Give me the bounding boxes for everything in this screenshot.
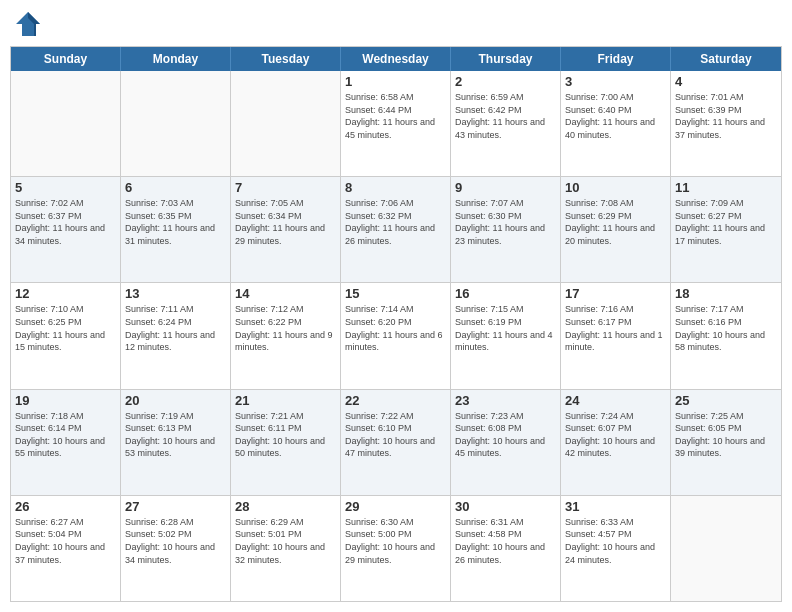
weekday-header: Saturday <box>671 47 781 71</box>
day-number: 4 <box>675 74 777 89</box>
calendar-header: SundayMondayTuesdayWednesdayThursdayFrid… <box>11 47 781 71</box>
day-number: 8 <box>345 180 446 195</box>
day-info: Sunrise: 6:33 AMSunset: 4:57 PMDaylight:… <box>565 516 666 566</box>
day-cell: 19Sunrise: 7:18 AMSunset: 6:14 PMDayligh… <box>11 390 121 495</box>
calendar-row: 1Sunrise: 6:58 AMSunset: 6:44 PMDaylight… <box>11 71 781 176</box>
weekday-header: Thursday <box>451 47 561 71</box>
weekday-header: Tuesday <box>231 47 341 71</box>
day-info: Sunrise: 7:02 AMSunset: 6:37 PMDaylight:… <box>15 197 116 247</box>
day-number: 21 <box>235 393 336 408</box>
day-cell: 3Sunrise: 7:00 AMSunset: 6:40 PMDaylight… <box>561 71 671 176</box>
day-number: 16 <box>455 286 556 301</box>
day-info: Sunrise: 7:11 AMSunset: 6:24 PMDaylight:… <box>125 303 226 353</box>
day-number: 7 <box>235 180 336 195</box>
day-number: 29 <box>345 499 446 514</box>
day-number: 5 <box>15 180 116 195</box>
day-cell: 15Sunrise: 7:14 AMSunset: 6:20 PMDayligh… <box>341 283 451 388</box>
header <box>10 10 782 38</box>
day-info: Sunrise: 7:10 AMSunset: 6:25 PMDaylight:… <box>15 303 116 353</box>
day-info: Sunrise: 7:00 AMSunset: 6:40 PMDaylight:… <box>565 91 666 141</box>
calendar-row: 12Sunrise: 7:10 AMSunset: 6:25 PMDayligh… <box>11 282 781 388</box>
day-number: 30 <box>455 499 556 514</box>
day-info: Sunrise: 7:09 AMSunset: 6:27 PMDaylight:… <box>675 197 777 247</box>
weekday-header: Sunday <box>11 47 121 71</box>
day-number: 14 <box>235 286 336 301</box>
day-cell: 21Sunrise: 7:21 AMSunset: 6:11 PMDayligh… <box>231 390 341 495</box>
day-info: Sunrise: 6:31 AMSunset: 4:58 PMDaylight:… <box>455 516 556 566</box>
calendar-body: 1Sunrise: 6:58 AMSunset: 6:44 PMDaylight… <box>11 71 781 601</box>
day-info: Sunrise: 6:28 AMSunset: 5:02 PMDaylight:… <box>125 516 226 566</box>
day-number: 10 <box>565 180 666 195</box>
day-cell: 7Sunrise: 7:05 AMSunset: 6:34 PMDaylight… <box>231 177 341 282</box>
day-info: Sunrise: 7:19 AMSunset: 6:13 PMDaylight:… <box>125 410 226 460</box>
day-cell: 18Sunrise: 7:17 AMSunset: 6:16 PMDayligh… <box>671 283 781 388</box>
day-cell: 6Sunrise: 7:03 AMSunset: 6:35 PMDaylight… <box>121 177 231 282</box>
day-info: Sunrise: 7:01 AMSunset: 6:39 PMDaylight:… <box>675 91 777 141</box>
empty-cell <box>231 71 341 176</box>
weekday-header: Friday <box>561 47 671 71</box>
calendar: SundayMondayTuesdayWednesdayThursdayFrid… <box>10 46 782 602</box>
day-info: Sunrise: 7:16 AMSunset: 6:17 PMDaylight:… <box>565 303 666 353</box>
day-cell: 30Sunrise: 6:31 AMSunset: 4:58 PMDayligh… <box>451 496 561 601</box>
day-number: 13 <box>125 286 226 301</box>
day-cell: 27Sunrise: 6:28 AMSunset: 5:02 PMDayligh… <box>121 496 231 601</box>
day-info: Sunrise: 6:30 AMSunset: 5:00 PMDaylight:… <box>345 516 446 566</box>
day-info: Sunrise: 7:03 AMSunset: 6:35 PMDaylight:… <box>125 197 226 247</box>
day-cell: 25Sunrise: 7:25 AMSunset: 6:05 PMDayligh… <box>671 390 781 495</box>
day-cell: 26Sunrise: 6:27 AMSunset: 5:04 PMDayligh… <box>11 496 121 601</box>
day-number: 3 <box>565 74 666 89</box>
day-info: Sunrise: 7:08 AMSunset: 6:29 PMDaylight:… <box>565 197 666 247</box>
day-number: 27 <box>125 499 226 514</box>
day-info: Sunrise: 7:17 AMSunset: 6:16 PMDaylight:… <box>675 303 777 353</box>
day-info: Sunrise: 7:06 AMSunset: 6:32 PMDaylight:… <box>345 197 446 247</box>
day-cell: 11Sunrise: 7:09 AMSunset: 6:27 PMDayligh… <box>671 177 781 282</box>
day-cell: 20Sunrise: 7:19 AMSunset: 6:13 PMDayligh… <box>121 390 231 495</box>
day-number: 23 <box>455 393 556 408</box>
day-cell: 1Sunrise: 6:58 AMSunset: 6:44 PMDaylight… <box>341 71 451 176</box>
day-cell: 22Sunrise: 7:22 AMSunset: 6:10 PMDayligh… <box>341 390 451 495</box>
logo-icon <box>14 10 42 38</box>
day-cell: 29Sunrise: 6:30 AMSunset: 5:00 PMDayligh… <box>341 496 451 601</box>
weekday-header: Monday <box>121 47 231 71</box>
day-cell: 31Sunrise: 6:33 AMSunset: 4:57 PMDayligh… <box>561 496 671 601</box>
day-number: 31 <box>565 499 666 514</box>
day-info: Sunrise: 7:12 AMSunset: 6:22 PMDaylight:… <box>235 303 336 353</box>
day-cell: 5Sunrise: 7:02 AMSunset: 6:37 PMDaylight… <box>11 177 121 282</box>
day-info: Sunrise: 6:29 AMSunset: 5:01 PMDaylight:… <box>235 516 336 566</box>
day-info: Sunrise: 7:05 AMSunset: 6:34 PMDaylight:… <box>235 197 336 247</box>
day-number: 11 <box>675 180 777 195</box>
day-cell: 24Sunrise: 7:24 AMSunset: 6:07 PMDayligh… <box>561 390 671 495</box>
day-cell: 14Sunrise: 7:12 AMSunset: 6:22 PMDayligh… <box>231 283 341 388</box>
day-cell: 9Sunrise: 7:07 AMSunset: 6:30 PMDaylight… <box>451 177 561 282</box>
day-number: 19 <box>15 393 116 408</box>
day-info: Sunrise: 7:22 AMSunset: 6:10 PMDaylight:… <box>345 410 446 460</box>
day-cell: 28Sunrise: 6:29 AMSunset: 5:01 PMDayligh… <box>231 496 341 601</box>
calendar-row: 19Sunrise: 7:18 AMSunset: 6:14 PMDayligh… <box>11 389 781 495</box>
page: SundayMondayTuesdayWednesdayThursdayFrid… <box>0 0 792 612</box>
day-info: Sunrise: 7:18 AMSunset: 6:14 PMDaylight:… <box>15 410 116 460</box>
day-number: 1 <box>345 74 446 89</box>
day-number: 28 <box>235 499 336 514</box>
day-cell: 13Sunrise: 7:11 AMSunset: 6:24 PMDayligh… <box>121 283 231 388</box>
day-info: Sunrise: 7:25 AMSunset: 6:05 PMDaylight:… <box>675 410 777 460</box>
day-number: 17 <box>565 286 666 301</box>
day-cell: 12Sunrise: 7:10 AMSunset: 6:25 PMDayligh… <box>11 283 121 388</box>
day-number: 18 <box>675 286 777 301</box>
calendar-row: 5Sunrise: 7:02 AMSunset: 6:37 PMDaylight… <box>11 176 781 282</box>
day-info: Sunrise: 6:59 AMSunset: 6:42 PMDaylight:… <box>455 91 556 141</box>
day-info: Sunrise: 7:24 AMSunset: 6:07 PMDaylight:… <box>565 410 666 460</box>
day-number: 15 <box>345 286 446 301</box>
empty-cell <box>121 71 231 176</box>
empty-cell <box>11 71 121 176</box>
empty-cell <box>671 496 781 601</box>
day-cell: 17Sunrise: 7:16 AMSunset: 6:17 PMDayligh… <box>561 283 671 388</box>
weekday-header: Wednesday <box>341 47 451 71</box>
day-info: Sunrise: 7:15 AMSunset: 6:19 PMDaylight:… <box>455 303 556 353</box>
day-info: Sunrise: 6:27 AMSunset: 5:04 PMDaylight:… <box>15 516 116 566</box>
day-info: Sunrise: 6:58 AMSunset: 6:44 PMDaylight:… <box>345 91 446 141</box>
day-cell: 10Sunrise: 7:08 AMSunset: 6:29 PMDayligh… <box>561 177 671 282</box>
day-number: 26 <box>15 499 116 514</box>
day-cell: 16Sunrise: 7:15 AMSunset: 6:19 PMDayligh… <box>451 283 561 388</box>
logo <box>14 10 46 38</box>
day-cell: 23Sunrise: 7:23 AMSunset: 6:08 PMDayligh… <box>451 390 561 495</box>
